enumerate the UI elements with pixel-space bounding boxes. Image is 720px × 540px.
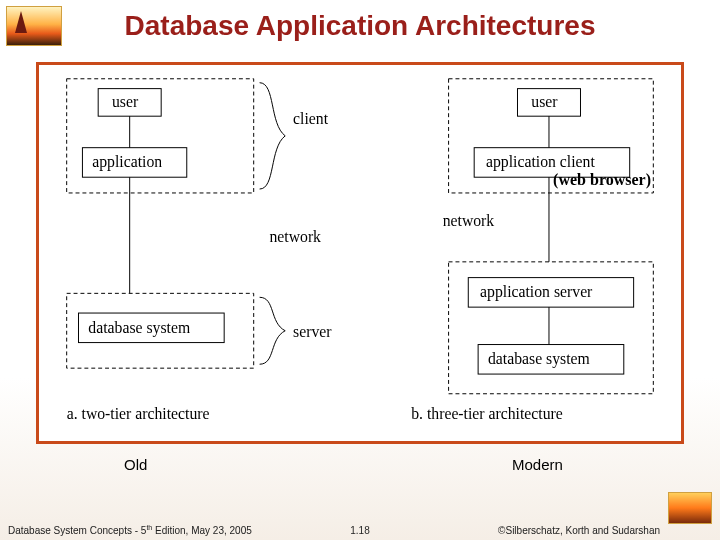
network-label: network: [269, 228, 321, 245]
three-tier-db-label: database system: [488, 350, 590, 368]
footer-left-suffix: Edition, May 23, 2005: [152, 525, 252, 536]
footer-copyright: ©Silberschatz, Korth and Sudarshan: [498, 525, 660, 536]
architecture-diagram: user application client network database…: [39, 65, 681, 441]
app-server-label: application server: [480, 283, 593, 301]
logo-bottom-right-icon: [668, 492, 712, 524]
two-tier-db-label: database system: [88, 319, 190, 337]
diagram-frame: user application client network database…: [36, 62, 684, 444]
caption-old: Old: [124, 456, 147, 473]
app-client-label: application client: [486, 153, 595, 171]
three-tier-caption: b. three-tier architecture: [411, 405, 563, 422]
web-browser-annotation: (web browser): [553, 171, 651, 189]
slide-title: Database Application Architectures: [0, 10, 720, 42]
client-brace-label: client: [293, 110, 329, 127]
two-tier-caption: a. two-tier architecture: [67, 405, 210, 422]
two-tier-application-label: application: [92, 153, 162, 171]
server-brace-label: server: [293, 323, 332, 340]
footer-page-number: 1.18: [350, 525, 369, 536]
caption-modern: Modern: [512, 456, 563, 473]
two-tier-user-label: user: [112, 93, 139, 110]
three-tier-network-label: network: [443, 212, 495, 229]
svg-rect-0: [67, 79, 254, 193]
footer-left: Database System Concepts - 5th Edition, …: [8, 524, 252, 536]
three-tier-user-label: user: [531, 93, 558, 110]
footer-left-prefix: Database System Concepts - 5: [8, 525, 146, 536]
